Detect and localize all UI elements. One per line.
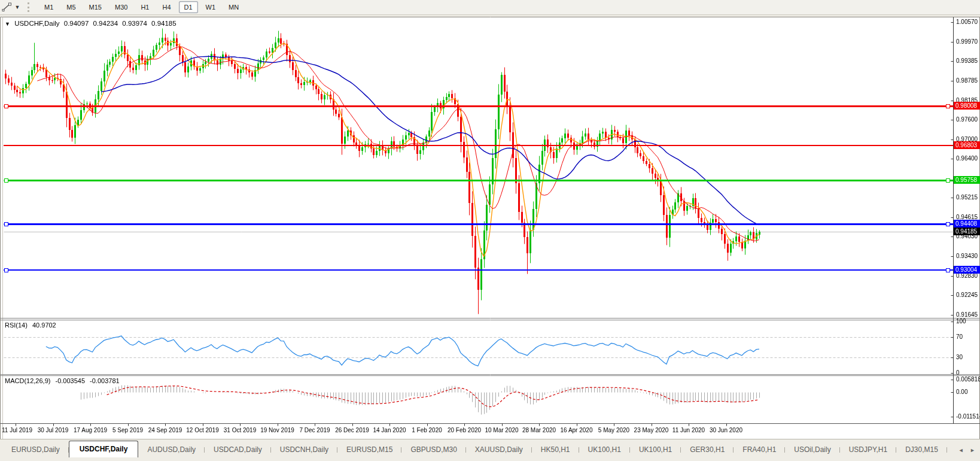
chart-canvas[interactable] xyxy=(0,0,980,461)
macd-axis-label: 0.00 xyxy=(956,389,967,396)
timeframe-button-h4[interactable]: H4 xyxy=(157,1,176,13)
chart-tabs: EURUSD,DailyUSDCHF,DailyAUDUSD,DailyUSDC… xyxy=(0,439,980,457)
date-axis-label: 7 Dec 2019 xyxy=(299,427,330,434)
macd-name: MACD(12,26,9) xyxy=(5,377,50,384)
date-axis-label: 5 Sep 2019 xyxy=(112,427,143,434)
y-axis-tick-label: 0.97600 xyxy=(956,116,978,123)
date-axis-label: 28 Mar 2020 xyxy=(522,427,556,434)
y-axis-tick-label: 1.00570 xyxy=(956,19,978,26)
date-axis-label: 11 Jun 2020 xyxy=(672,427,705,434)
line-tool-icon[interactable] xyxy=(1,2,13,13)
rsi-axis-label: 100 xyxy=(956,318,966,325)
date-axis-label: 11 Jul 2019 xyxy=(2,427,32,434)
date-axis-label: 20 Feb 2020 xyxy=(448,427,481,434)
chart-tab-audusd-daily[interactable]: AUDUSD,Daily xyxy=(138,442,205,457)
date-axis-label: 10 Mar 2020 xyxy=(485,427,518,434)
macd-label: MACD(12,26,9) -0.003545 -0.003781 xyxy=(5,377,123,384)
chart-tab-usdcad-daily[interactable]: USDCAD,Daily xyxy=(205,442,271,457)
chart-tab-usdcnh-daily[interactable]: USDCNH,Daily xyxy=(271,442,337,457)
timeframe-button-m15[interactable]: M15 xyxy=(84,1,107,13)
quote-high: 0.94234 xyxy=(93,20,118,27)
y-axis-tick-label: 0.92245 xyxy=(956,292,978,299)
date-axis-label: 30 Jun 2020 xyxy=(710,427,742,434)
date-axis-label: 16 Apr 2020 xyxy=(561,427,593,434)
macd-signal-value: -0.003781 xyxy=(90,377,120,384)
quote-open: 0.94097 xyxy=(64,20,89,27)
toolbar-separator xyxy=(28,2,33,12)
price-line-badge: 0.98008 xyxy=(954,102,980,110)
rsi-axis-label: 70 xyxy=(956,333,963,341)
chart-tab-hk50-h1[interactable]: HK50,H1 xyxy=(532,442,579,457)
rsi-axis-label: 30 xyxy=(956,354,963,361)
y-axis-tick-label: 0.98785 xyxy=(956,77,978,84)
tab-scroll-arrows: ◄ ► xyxy=(954,447,975,453)
timeframe-button-m30[interactable]: M30 xyxy=(109,1,133,13)
tab-scroll-left-icon[interactable]: ◄ xyxy=(958,447,964,453)
top-toolbar: ▼ M1M5M15M30H1H4D1W1MN xyxy=(0,0,980,15)
tool-dropdown-arrow-icon[interactable]: ▼ xyxy=(13,4,22,10)
rsi-label: RSI(14) 40.9702 xyxy=(5,322,59,329)
date-axis-label: 1 Feb 2020 xyxy=(412,427,442,434)
chart-title: ▼ USDCHF,Daily 0.94097 0.94234 0.93974 0… xyxy=(5,20,179,27)
date-axis-label: 23 May 2020 xyxy=(634,427,669,434)
date-axis-label: 14 Jan 2020 xyxy=(373,427,406,434)
timeframe-button-h1[interactable]: H1 xyxy=(135,1,154,13)
chart-tab-uk100-h1[interactable]: UK100,H1 xyxy=(630,442,681,457)
timeframe-button-group: M1M5M15M30H1H4D1W1MN xyxy=(38,1,245,13)
y-axis-tick-label: 0.93430 xyxy=(956,253,978,260)
date-axis-label: 5 May 2020 xyxy=(598,427,629,434)
chart-tab-dj30-m15[interactable]: DJ30,M15 xyxy=(896,442,947,457)
rsi-value: 40.9702 xyxy=(32,322,56,329)
y-axis-tick-label: 0.99970 xyxy=(956,38,978,46)
macd-axis-label: 0.005818 xyxy=(956,376,980,383)
rsi-name: RSI(14) xyxy=(5,322,28,329)
timeframe-button-d1[interactable]: D1 xyxy=(179,1,198,13)
date-axis-label: 30 Jul 2019 xyxy=(38,427,69,434)
price-line-badge: 0.95758 xyxy=(954,176,980,184)
chart-tab-xauusd-daily[interactable]: XAUUSD,Daily xyxy=(466,442,532,457)
chart-tab-eurusd-m15[interactable]: EURUSD,M15 xyxy=(337,442,401,457)
timeframe-button-m1[interactable]: M1 xyxy=(39,1,59,13)
macd-value: -0.003545 xyxy=(55,377,85,384)
price-line-badge: 0.94408 xyxy=(954,220,980,228)
date-axis-label: 26 Dec 2019 xyxy=(335,427,369,434)
date-axis-label: 19 Nov 2019 xyxy=(260,427,294,434)
timeframe-button-m5[interactable]: M5 xyxy=(61,1,81,13)
chart-tab-ger30-h1[interactable]: GER30,H1 xyxy=(681,442,734,457)
chart-tab-usoil-daily[interactable]: USOil,Daily xyxy=(785,442,839,457)
price-line-badge: 0.96803 xyxy=(954,141,980,149)
quote-low: 0.93974 xyxy=(122,20,147,27)
y-axis-tick-label: 0.96400 xyxy=(956,155,978,162)
chart-collapse-icon[interactable]: ▼ xyxy=(5,21,10,27)
current-price-badge: 0.94185 xyxy=(954,228,980,235)
chart-tab-usdjpy-h1[interactable]: USDJPY,H1 xyxy=(840,442,896,457)
macd-axis-label: -0.011514 xyxy=(956,413,980,420)
date-axis-label: 17 Aug 2019 xyxy=(74,427,107,434)
date-axis-label: 24 Sep 2019 xyxy=(148,427,182,434)
chart-tab-fra40-h1[interactable]: FRA40,H1 xyxy=(734,442,785,457)
chart-tab-eurusd-daily[interactable]: EURUSD,Daily xyxy=(2,442,69,457)
timeframe-button-w1[interactable]: W1 xyxy=(200,1,221,13)
price-line-badge: 0.93004 xyxy=(954,266,980,274)
y-axis-tick-label: 0.99385 xyxy=(956,57,978,65)
timeframe-button-mn[interactable]: MN xyxy=(223,1,244,13)
quote-close: 0.94185 xyxy=(151,20,176,27)
chart-tab-bar: EURUSD,DailyUSDCHF,DailyAUDUSD,DailyUSDC… xyxy=(0,439,980,461)
tab-scroll-right-icon[interactable]: ► xyxy=(970,447,975,453)
date-axis-label: 12 Oct 2019 xyxy=(186,427,218,434)
chart-symbol-label: USDCHF,Daily xyxy=(14,20,59,27)
chart-tab-gbpusd-m30[interactable]: GBPUSD,M30 xyxy=(401,442,465,457)
chart-tab-uk100-h1[interactable]: UK100,H1 xyxy=(579,442,630,457)
chart-tab-usdchf-daily[interactable]: USDCHF,Daily xyxy=(69,441,139,457)
y-axis-tick-label: 0.95215 xyxy=(956,194,978,201)
date-axis-label: 31 Oct 2019 xyxy=(224,427,256,434)
